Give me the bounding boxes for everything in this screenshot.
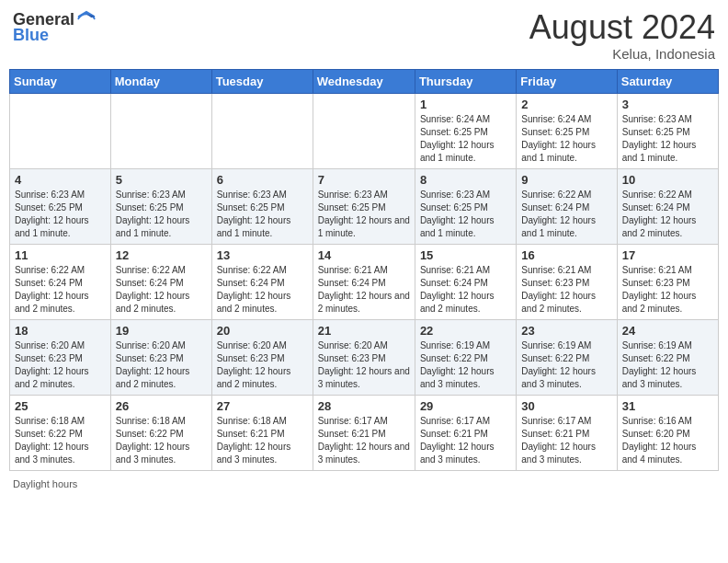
calendar-cell-5: 2Sunrise: 6:24 AMSunset: 6:25 PMDaylight…	[517, 93, 617, 168]
day-number: 28	[318, 399, 410, 413]
day-number: 10	[622, 173, 713, 187]
day-number: 24	[622, 324, 713, 338]
day-info: Sunrise: 6:20 AMSunset: 6:23 PMDaylight:…	[318, 339, 410, 391]
day-info: Sunrise: 6:21 AMSunset: 6:24 PMDaylight:…	[420, 264, 511, 316]
day-number: 1	[420, 98, 511, 111]
calendar-week-2: 4Sunrise: 6:23 AMSunset: 6:25 PMDaylight…	[10, 168, 719, 244]
footer-text: Daylight hours	[13, 478, 77, 489]
day-info: Sunrise: 6:17 AMSunset: 6:21 PMDaylight:…	[521, 415, 611, 466]
calendar-cell-12: 9Sunrise: 6:22 AMSunset: 6:24 PMDaylight…	[517, 168, 617, 244]
calendar-cell-27: 24Sunrise: 6:19 AMSunset: 6:22 PMDayligh…	[617, 319, 718, 395]
page-header: General Blue August 2024 Kelua, Indonesi…	[9, 9, 719, 62]
day-info: Sunrise: 6:18 AMSunset: 6:22 PMDaylight:…	[116, 415, 207, 466]
day-info: Sunrise: 6:16 AMSunset: 6:20 PMDaylight:…	[622, 415, 713, 466]
day-number: 7	[318, 173, 410, 187]
calendar-week-3: 11Sunrise: 6:22 AMSunset: 6:24 PMDayligh…	[10, 244, 719, 319]
day-info: Sunrise: 6:21 AMSunset: 6:24 PMDaylight:…	[318, 264, 410, 316]
calendar-dow-monday: Monday	[110, 69, 211, 93]
day-info: Sunrise: 6:19 AMSunset: 6:22 PMDaylight:…	[521, 339, 611, 391]
calendar-cell-1	[110, 93, 211, 168]
day-info: Sunrise: 6:24 AMSunset: 6:25 PMDaylight:…	[420, 113, 511, 165]
day-info: Sunrise: 6:23 AMSunset: 6:25 PMDaylight:…	[420, 189, 511, 240]
calendar-cell-4: 1Sunrise: 6:24 AMSunset: 6:25 PMDaylight…	[415, 93, 516, 168]
calendar-dow-friday: Friday	[517, 69, 617, 93]
day-info: Sunrise: 6:23 AMSunset: 6:25 PMDaylight:…	[318, 189, 410, 240]
day-number: 13	[217, 248, 308, 262]
day-number: 14	[318, 248, 410, 262]
calendar-dow-tuesday: Tuesday	[211, 69, 313, 93]
calendar-dow-saturday: Saturday	[617, 69, 718, 93]
day-info: Sunrise: 6:21 AMSunset: 6:23 PMDaylight:…	[521, 264, 611, 316]
calendar-dow-thursday: Thursday	[415, 69, 516, 93]
calendar-week-5: 25Sunrise: 6:18 AMSunset: 6:22 PMDayligh…	[10, 395, 719, 470]
day-info: Sunrise: 6:19 AMSunset: 6:22 PMDaylight:…	[622, 339, 713, 391]
day-info: Sunrise: 6:18 AMSunset: 6:22 PMDaylight:…	[15, 415, 106, 466]
day-number: 29	[420, 399, 511, 413]
calendar-cell-18: 15Sunrise: 6:21 AMSunset: 6:24 PMDayligh…	[415, 244, 516, 319]
day-info: Sunrise: 6:23 AMSunset: 6:25 PMDaylight:…	[15, 189, 106, 240]
calendar-dow-wednesday: Wednesday	[313, 69, 415, 93]
day-info: Sunrise: 6:23 AMSunset: 6:25 PMDaylight:…	[622, 113, 713, 165]
calendar-cell-22: 19Sunrise: 6:20 AMSunset: 6:23 PMDayligh…	[110, 319, 211, 395]
calendar-cell-0	[10, 93, 111, 168]
day-number: 18	[15, 324, 106, 338]
day-number: 22	[420, 324, 511, 338]
calendar-cell-8: 5Sunrise: 6:23 AMSunset: 6:25 PMDaylight…	[110, 168, 211, 244]
month-title: August 2024	[529, 9, 715, 46]
calendar-cell-14: 11Sunrise: 6:22 AMSunset: 6:24 PMDayligh…	[10, 244, 111, 319]
calendar-cell-21: 18Sunrise: 6:20 AMSunset: 6:23 PMDayligh…	[10, 319, 111, 395]
title-area: August 2024 Kelua, Indonesia	[529, 9, 715, 62]
day-number: 4	[15, 173, 106, 187]
day-info: Sunrise: 6:22 AMSunset: 6:24 PMDaylight:…	[622, 189, 713, 240]
day-number: 30	[521, 399, 611, 413]
calendar-cell-29: 26Sunrise: 6:18 AMSunset: 6:22 PMDayligh…	[110, 395, 211, 470]
day-info: Sunrise: 6:18 AMSunset: 6:21 PMDaylight:…	[217, 415, 308, 466]
calendar-cell-2	[211, 93, 313, 168]
day-number: 31	[622, 399, 713, 413]
calendar-cell-7: 4Sunrise: 6:23 AMSunset: 6:25 PMDaylight…	[10, 168, 111, 244]
day-number: 11	[15, 248, 106, 262]
calendar-cell-6: 3Sunrise: 6:23 AMSunset: 6:25 PMDaylight…	[617, 93, 718, 168]
logo-blue: Blue	[13, 26, 49, 45]
day-info: Sunrise: 6:19 AMSunset: 6:22 PMDaylight:…	[420, 339, 511, 391]
day-info: Sunrise: 6:24 AMSunset: 6:25 PMDaylight:…	[521, 113, 611, 165]
day-info: Sunrise: 6:22 AMSunset: 6:24 PMDaylight:…	[521, 189, 611, 240]
day-info: Sunrise: 6:17 AMSunset: 6:21 PMDaylight:…	[318, 415, 410, 466]
day-number: 3	[622, 98, 713, 111]
day-number: 9	[521, 173, 611, 187]
day-number: 19	[116, 324, 207, 338]
calendar-table: SundayMondayTuesdayWednesdayThursdayFrid…	[9, 69, 719, 471]
calendar-cell-28: 25Sunrise: 6:18 AMSunset: 6:22 PMDayligh…	[10, 395, 111, 470]
day-number: 15	[420, 248, 511, 262]
calendar-week-4: 18Sunrise: 6:20 AMSunset: 6:23 PMDayligh…	[10, 319, 719, 395]
day-number: 20	[217, 324, 308, 338]
day-number: 21	[318, 324, 410, 338]
day-number: 16	[521, 248, 611, 262]
day-number: 23	[521, 324, 611, 338]
day-info: Sunrise: 6:21 AMSunset: 6:23 PMDaylight:…	[622, 264, 713, 316]
day-info: Sunrise: 6:17 AMSunset: 6:21 PMDaylight:…	[420, 415, 511, 466]
calendar-cell-11: 8Sunrise: 6:23 AMSunset: 6:25 PMDaylight…	[415, 168, 516, 244]
calendar-cell-30: 27Sunrise: 6:18 AMSunset: 6:21 PMDayligh…	[211, 395, 313, 470]
day-number: 8	[420, 173, 511, 187]
calendar-cell-20: 17Sunrise: 6:21 AMSunset: 6:23 PMDayligh…	[617, 244, 718, 319]
day-number: 25	[15, 399, 106, 413]
day-info: Sunrise: 6:22 AMSunset: 6:24 PMDaylight:…	[217, 264, 308, 316]
day-info: Sunrise: 6:20 AMSunset: 6:23 PMDaylight:…	[217, 339, 308, 391]
day-info: Sunrise: 6:20 AMSunset: 6:23 PMDaylight:…	[15, 339, 106, 391]
calendar-cell-13: 10Sunrise: 6:22 AMSunset: 6:24 PMDayligh…	[617, 168, 718, 244]
calendar-dow-sunday: Sunday	[10, 69, 111, 93]
day-info: Sunrise: 6:23 AMSunset: 6:25 PMDaylight:…	[217, 189, 308, 240]
calendar-cell-33: 30Sunrise: 6:17 AMSunset: 6:21 PMDayligh…	[517, 395, 617, 470]
calendar-cell-32: 29Sunrise: 6:17 AMSunset: 6:21 PMDayligh…	[415, 395, 516, 470]
day-info: Sunrise: 6:23 AMSunset: 6:25 PMDaylight:…	[116, 189, 207, 240]
day-info: Sunrise: 6:20 AMSunset: 6:23 PMDaylight:…	[116, 339, 207, 391]
calendar-cell-31: 28Sunrise: 6:17 AMSunset: 6:21 PMDayligh…	[313, 395, 415, 470]
logo-icon	[76, 9, 97, 29]
day-number: 6	[217, 173, 308, 187]
day-info: Sunrise: 6:22 AMSunset: 6:24 PMDaylight:…	[15, 264, 106, 316]
footer: Daylight hours	[9, 478, 719, 489]
calendar-cell-25: 22Sunrise: 6:19 AMSunset: 6:22 PMDayligh…	[415, 319, 516, 395]
calendar-cell-10: 7Sunrise: 6:23 AMSunset: 6:25 PMDaylight…	[313, 168, 415, 244]
calendar-week-1: 1Sunrise: 6:24 AMSunset: 6:25 PMDaylight…	[10, 93, 719, 168]
